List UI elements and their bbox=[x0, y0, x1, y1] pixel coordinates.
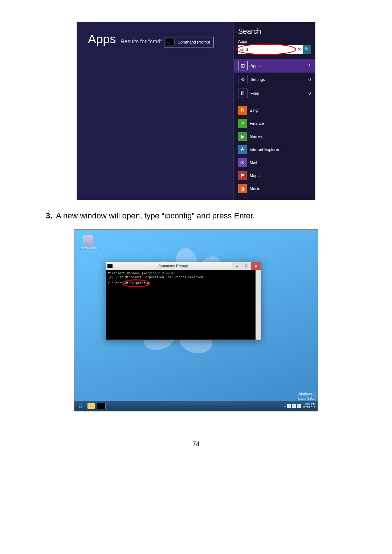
screenshot-search-apps: Apps Results for "cmd" Command Prompt Se… bbox=[77, 22, 315, 200]
tray-chevron-icon[interactable]: ▴ bbox=[284, 405, 286, 408]
app-icon: ⬀ bbox=[238, 119, 247, 128]
search-button[interactable]: 🔍 bbox=[303, 45, 311, 54]
scroll-down-icon[interactable]: ˅ bbox=[257, 336, 259, 340]
app-label: Bing bbox=[250, 108, 258, 112]
screenshot-desktop-cmd: Recycle Bin Command Prompt – ☐ ✕ Microso… bbox=[74, 229, 318, 411]
tray-flag-icon[interactable] bbox=[287, 404, 291, 408]
clear-button[interactable]: ✕ bbox=[296, 45, 303, 54]
search-app-finance[interactable]: ⬀Finance bbox=[238, 117, 311, 130]
category-count: 1 bbox=[309, 63, 311, 68]
search-app-games[interactable]: ▶Games bbox=[238, 130, 311, 143]
desktop-watermark: Windows 8 Build 9200 bbox=[298, 392, 315, 401]
step-text: A new window will open, type “ipconfig” … bbox=[56, 211, 255, 221]
watermark-line: Build 9200 bbox=[298, 397, 315, 401]
terminal-line: (c) 2012 Microsoft Corporation. All righ… bbox=[108, 275, 258, 279]
instruction-step: 3. A new window will open, type “ipconfi… bbox=[44, 211, 348, 221]
app-icon: b bbox=[238, 106, 247, 115]
scrollbar[interactable]: ˄ ˅ bbox=[256, 270, 261, 340]
app-icon: ⚑ bbox=[238, 171, 247, 180]
search-scope-label: Apps bbox=[238, 39, 311, 44]
app-label: Internet Explorer bbox=[250, 147, 279, 152]
app-label: Mail bbox=[250, 160, 257, 165]
watermark-line: Windows 8 bbox=[298, 392, 315, 397]
terminal-body[interactable]: Microsoft Windows [Version 6.2.9200] (c)… bbox=[106, 270, 261, 340]
category-apps[interactable]: ⊞Apps1 bbox=[234, 59, 315, 73]
recycle-bin[interactable]: Recycle Bin bbox=[79, 235, 97, 250]
window-titlebar[interactable]: Command Prompt – ☐ ✕ bbox=[106, 262, 261, 270]
system-tray[interactable]: ▴ 2:58 PM 12/3/2012 bbox=[284, 403, 315, 409]
command-prompt-window[interactable]: Command Prompt – ☐ ✕ Microsoft Windows [… bbox=[106, 262, 261, 340]
close-button[interactable]: ✕ bbox=[251, 262, 261, 270]
result-label: Command Prompt bbox=[177, 40, 210, 44]
taskbar-clock[interactable]: 2:58 PM 12/3/2012 bbox=[302, 403, 315, 409]
terminal-prompt: C:\Users\Win8>ipconfig bbox=[108, 281, 258, 285]
category-count: 0 bbox=[309, 91, 311, 95]
maximize-button[interactable]: ☐ bbox=[242, 262, 251, 270]
window-title: Command Prompt bbox=[114, 264, 232, 268]
search-app-music[interactable]: ◑Music bbox=[238, 182, 311, 195]
search-input-wrap: ✕ 🔍 bbox=[238, 45, 311, 54]
cmd-icon bbox=[166, 39, 175, 45]
category-files[interactable]: 🗎Files0 bbox=[238, 86, 311, 100]
category-count: 0 bbox=[309, 77, 311, 82]
category-label: Settings bbox=[250, 77, 309, 82]
app-icon: é bbox=[238, 145, 247, 154]
taskbar[interactable]: e ▴ 2:58 PM 12/3/2012 bbox=[74, 401, 318, 411]
taskbar-ie-icon[interactable]: e bbox=[77, 402, 85, 410]
scroll-up-icon[interactable]: ˄ bbox=[257, 270, 259, 274]
recycle-bin-label: Recycle Bin bbox=[79, 246, 97, 250]
search-title: Search bbox=[238, 27, 311, 36]
app-label: Games bbox=[250, 134, 262, 139]
cmd-icon bbox=[107, 264, 113, 268]
category-label: Files bbox=[250, 91, 309, 95]
search-app-internet-explorer[interactable]: éInternet Explorer bbox=[238, 143, 311, 156]
tray-volume-icon[interactable] bbox=[297, 404, 301, 408]
taskbar-cmd-icon[interactable] bbox=[97, 403, 106, 409]
app-icon: ✉ bbox=[238, 158, 247, 167]
page-number: 74 bbox=[44, 440, 348, 448]
results-pane: Apps Results for "cmd" Command Prompt bbox=[77, 22, 233, 200]
clock-date: 12/3/2012 bbox=[302, 406, 315, 409]
category-icon: ⚙ bbox=[238, 75, 248, 84]
app-label: Music bbox=[250, 186, 260, 191]
step-number: 3. bbox=[46, 211, 52, 221]
app-label: Maps bbox=[250, 173, 260, 178]
search-app-mail[interactable]: ✉Mail bbox=[238, 156, 311, 169]
apps-heading: Apps bbox=[88, 32, 116, 46]
search-input[interactable] bbox=[238, 45, 296, 54]
search-app-maps[interactable]: ⚑Maps bbox=[238, 169, 311, 182]
category-label: Apps bbox=[250, 63, 309, 68]
minimize-button[interactable]: – bbox=[232, 262, 242, 270]
app-label: Finance bbox=[250, 121, 264, 126]
recycle-bin-icon bbox=[83, 235, 93, 246]
category-icon: ⊞ bbox=[238, 61, 248, 70]
category-icon: 🗎 bbox=[238, 89, 248, 98]
result-command-prompt[interactable]: Command Prompt bbox=[164, 37, 213, 48]
apps-subheading: Results for "cmd" bbox=[121, 38, 162, 44]
terminal-line: Microsoft Windows [Version 6.2.9200] bbox=[108, 271, 258, 275]
taskbar-explorer-icon[interactable] bbox=[87, 403, 95, 409]
app-icon: ▶ bbox=[238, 132, 247, 141]
category-settings[interactable]: ⚙Settings0 bbox=[238, 73, 311, 86]
tray-network-icon[interactable] bbox=[292, 404, 296, 408]
search-app-bing[interactable]: bBing bbox=[238, 104, 311, 117]
app-icon: ◑ bbox=[238, 184, 247, 193]
search-charm: Search Apps ✕ 🔍 ⊞Apps1⚙Settings0🗎Files0 … bbox=[233, 22, 315, 200]
